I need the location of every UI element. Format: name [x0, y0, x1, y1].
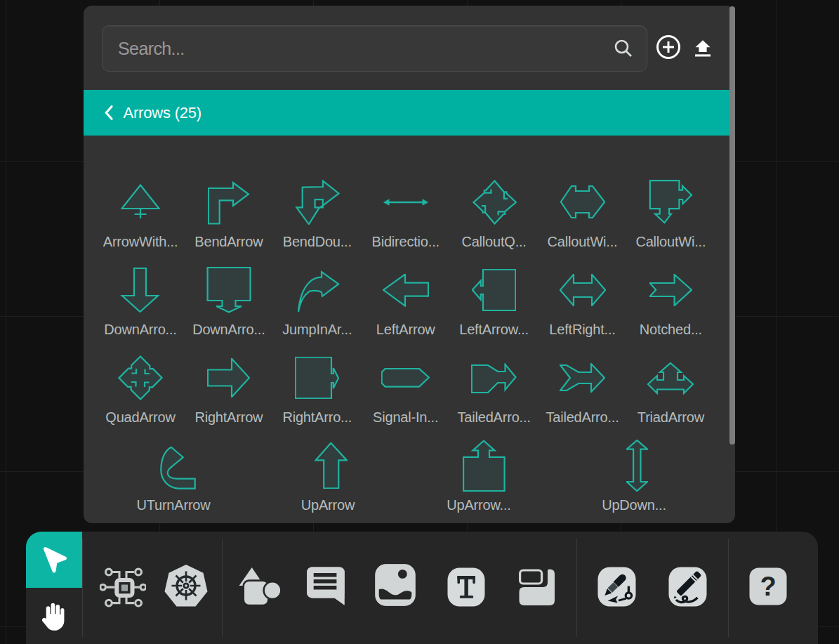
svg-text:?: ?	[760, 572, 776, 601]
